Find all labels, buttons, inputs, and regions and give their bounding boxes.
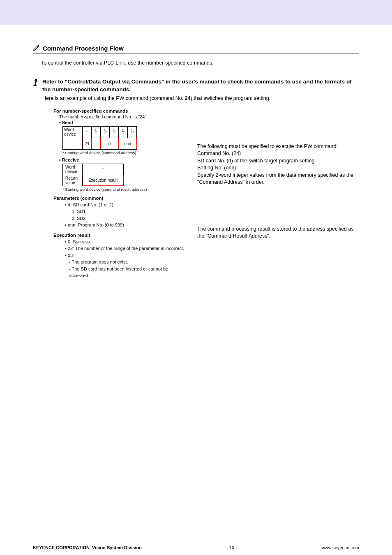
send-table: Word device * +1* +2* +3* +4* +5* 24 d n…	[62, 126, 137, 150]
send-col-3: +3*	[110, 126, 119, 138]
exec-result-list: 0: Success 22: The number or the range o…	[65, 238, 189, 279]
right-p1a: The following must be specified to execu…	[197, 143, 359, 150]
send-val-3: nnn	[119, 138, 137, 149]
intro-text: To control the controller via PLC-Link, …	[41, 60, 359, 66]
exec-result-heading: Execution result	[53, 233, 189, 238]
recv-footnote: * Starting word device (command result a…	[62, 187, 189, 192]
step-title: Refer to "Control/Data Output via Comman…	[42, 78, 359, 94]
param-d2: 2: SD2	[69, 215, 189, 222]
recv-row-label: Word device	[63, 164, 83, 175]
receive-heading: • Receive	[59, 157, 189, 162]
send-row-label: Word device	[63, 126, 83, 138]
step-cmd-no: 24	[185, 95, 191, 101]
send-col-5: +5*	[128, 126, 137, 138]
param-d1: 1: SD1	[69, 208, 189, 215]
right-p1d: Setting No. (nnn)	[197, 164, 359, 172]
exec-0: 0: Success	[65, 238, 189, 245]
section-title: Command Processing Flow	[43, 45, 124, 52]
right-p1e: Specify 2-word integer values from the d…	[197, 172, 359, 186]
send-val-0: 24	[83, 138, 92, 149]
param-d: d: SD card No. (1 or 2)	[65, 201, 189, 208]
step-description: Here is an example of using the PW comma…	[42, 95, 359, 101]
step-1: 1 Refer to "Control/Data Output via Comm…	[33, 78, 359, 101]
header-bar	[0, 0, 392, 25]
send-val-1	[92, 138, 101, 149]
send-col-4: +4*	[119, 126, 128, 138]
send-col-1: +1*	[92, 126, 101, 138]
pencil-icon	[33, 44, 40, 52]
step-desc-a: Here is an example of using the PW comma…	[42, 95, 185, 101]
recv-return-label: Return value	[63, 175, 83, 186]
send-col-0: *	[83, 126, 92, 138]
right-p1b: Command No. (24)	[197, 150, 359, 157]
right-block-2: The command processing result is stored …	[197, 226, 359, 240]
receive-table: Word device * Return value Execution res…	[62, 164, 124, 186]
recv-star: *	[83, 164, 124, 175]
parameters-list: d: SD card No. (1 or 2) 1: SD1 2: SD2 nn…	[65, 201, 189, 229]
send-val-2: d	[101, 138, 119, 149]
right-p2: The command processing result is stored …	[197, 226, 359, 240]
number-spec-note: The number-specified command No. is "24"…	[59, 114, 189, 119]
section-heading: Command Processing Flow	[33, 44, 359, 53]
right-p1c: SD card No. (d) of the switch target pro…	[197, 157, 359, 165]
send-footnote: * Starting word device (command address)	[62, 150, 189, 155]
right-block-1: The following must be specified to execu…	[197, 143, 359, 186]
parameters-heading: Parameters (common)	[53, 196, 189, 201]
recv-value: Execution result	[83, 175, 124, 186]
send-val-empty	[63, 138, 83, 149]
send-col-2: +2*	[101, 126, 110, 138]
step-number: 1	[33, 77, 38, 88]
exec-03: 03:	[65, 252, 189, 259]
param-nnn: nnn: Program No. (0 to 999)	[65, 222, 189, 229]
exec-22: 22: The number or the range of the param…	[65, 245, 189, 252]
number-spec-heading: For number-specified commands	[53, 109, 189, 113]
exec-03a: The program does not exist.	[69, 259, 189, 266]
step-desc-b: ) that switches the program setting.	[191, 95, 271, 101]
send-heading: • Send	[59, 120, 189, 125]
exec-03b: The SD card has not been inserted or can…	[69, 266, 189, 279]
